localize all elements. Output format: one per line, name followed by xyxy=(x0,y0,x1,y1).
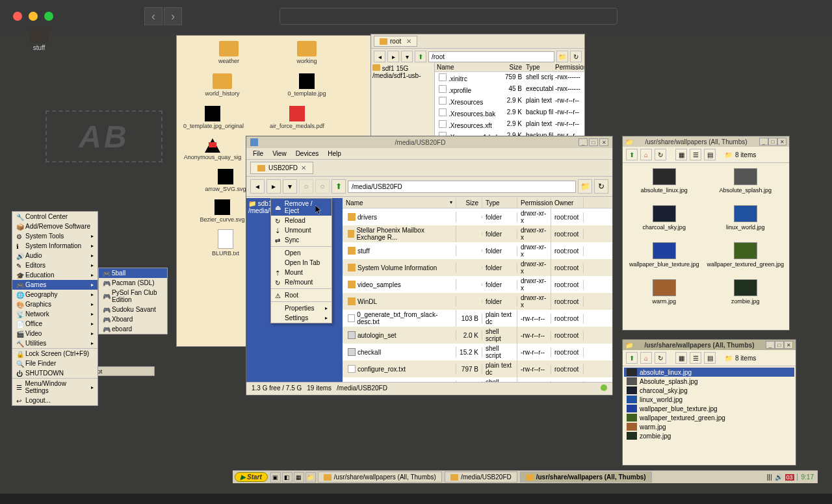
menu-item[interactable]: 📡Network▸ xyxy=(12,309,98,319)
back-button[interactable]: ‹ xyxy=(144,7,162,25)
quicklaunch-terminal[interactable]: ▣ xyxy=(270,472,281,483)
tray-icon-1[interactable]: ||| xyxy=(767,473,772,481)
maximize-button[interactable]: □ xyxy=(775,341,784,349)
go-button[interactable]: 📁 xyxy=(578,179,592,194)
view-1-button[interactable]: ▦ xyxy=(675,352,687,364)
menu-item[interactable]: ⏻SHUTDOWN xyxy=(12,368,98,378)
url-bar[interactable] xyxy=(280,8,618,25)
close-window-button[interactable] xyxy=(13,12,22,21)
folder-item[interactable]: 0_template.jpg_original xyxy=(183,106,242,129)
tab-root[interactable]: root ✕ xyxy=(374,36,417,47)
file-row[interactable]: System Volume Informationfolderdrwxr-xr-… xyxy=(343,259,612,276)
context-item[interactable]: ⇄Sync xyxy=(271,235,332,245)
thumbnail-item[interactable]: zombie.jpg xyxy=(707,279,784,305)
home-button[interactable]: ⌂ xyxy=(640,352,652,364)
refresh-button[interactable]: ↻ xyxy=(594,179,608,194)
menu-item[interactable]: 🔨Utilities▸ xyxy=(12,338,98,348)
menu-item[interactable]: 🎨Graphics▸ xyxy=(12,299,98,309)
maximize-button[interactable]: □ xyxy=(589,138,598,146)
path-field[interactable]: /root xyxy=(428,51,554,62)
view-3-button[interactable]: ▤ xyxy=(704,352,716,364)
list-item[interactable]: warm.jpg xyxy=(624,422,794,431)
context-item[interactable]: Open xyxy=(271,248,332,258)
tray-badge[interactable]: 03 xyxy=(785,474,794,481)
thumbnail-item[interactable]: warm.jpg xyxy=(628,279,700,305)
file-row[interactable]: Stellar Phoenix Mailbox Exchange R...fol… xyxy=(343,225,612,242)
menu-item[interactable]: ☰Menu/Window Settings▸ xyxy=(12,379,98,396)
desktop[interactable]: AB stuff weatherworkingworld_history0_te… xyxy=(0,32,832,494)
desktop-icon-stuff[interactable]: stuff xyxy=(23,27,55,51)
folder-item[interactable]: Bezier_curve.svg xyxy=(193,199,252,223)
list-item[interactable]: absolute_linux.jpg xyxy=(624,368,794,377)
col-permission[interactable]: Permission xyxy=(517,198,551,208)
file-row[interactable]: DESKTOP_UPDATER97 Bshell script-rw-r--r-… xyxy=(343,377,612,382)
submenu-item[interactable]: 🎮Xboard xyxy=(99,314,167,324)
close-button[interactable]: ✕ xyxy=(784,341,793,349)
list-item[interactable]: wallpaper_blue_texture.jpg xyxy=(624,404,794,413)
maximize-window-button[interactable] xyxy=(44,12,53,21)
file-row[interactable]: checkall15.2 Kshell script-rw-r--r--root… xyxy=(343,344,612,360)
context-item[interactable]: ↻Reload xyxy=(271,216,332,225)
forward-button[interactable]: › xyxy=(164,7,182,25)
tab-close-icon[interactable]: ✕ xyxy=(301,164,306,171)
close-button[interactable]: ✕ xyxy=(599,138,608,146)
file-row[interactable]: .Xresources.xft2.9 Kplain text c-rw-r--r… xyxy=(435,119,584,131)
menu-help[interactable]: Help xyxy=(328,150,341,157)
menu-item[interactable]: 🎓Education▸ xyxy=(12,270,98,280)
title-bar[interactable]: 📁 /usr/share/wallpapers (All, Thumbs) _ … xyxy=(623,340,796,350)
forward-button[interactable]: ▸ xyxy=(266,179,281,194)
taskbar-task[interactable]: /usr/share/wallpapers (All, Thumbs) xyxy=(520,472,652,483)
submenu-item[interactable]: 🎮Sudoku Savant xyxy=(99,305,167,314)
menu-item[interactable]: ✎Editors▸ xyxy=(12,260,98,270)
menu-item[interactable]: 📄Office▸ xyxy=(12,319,98,329)
context-item[interactable]: Properties▸ xyxy=(271,303,332,313)
menu-item[interactable]: 🎮Games▸ xyxy=(12,280,98,290)
thumbnail-item[interactable]: Absolute_splash.jpg xyxy=(707,168,784,194)
file-row[interactable]: WinDLfolderdrwxr-xr-xroot:root xyxy=(343,293,612,310)
start-button[interactable]: ▶Start xyxy=(235,472,268,482)
folder-item[interactable]: world_history xyxy=(193,73,252,97)
menu-item[interactable]: 🔒Lock Screen (Ctrl+F9) xyxy=(12,349,98,359)
menu-file[interactable]: File xyxy=(253,150,263,157)
context-item[interactable]: Open In Tab xyxy=(271,258,332,268)
col-owner[interactable]: Owner xyxy=(551,198,584,208)
view-2-button[interactable]: ☰ xyxy=(690,352,701,364)
list-item[interactable]: Absolute_splash.jpg xyxy=(624,377,794,386)
refresh-button[interactable]: ↻ xyxy=(655,149,666,160)
folder-item[interactable]: 0_template.jpg xyxy=(278,73,336,97)
view-1-button[interactable]: ▦ xyxy=(675,149,687,160)
menu-item[interactable]: 📦Add/Remove Software xyxy=(12,221,98,231)
file-row[interactable]: 0_generate_txt_from_slack-desc.txt103 Bp… xyxy=(343,310,612,327)
quicklaunch-2[interactable]: ◧ xyxy=(282,472,292,483)
list-item[interactable]: zombie.jpg xyxy=(624,431,794,440)
back-button[interactable]: ◂ xyxy=(374,51,385,62)
thumbnail-item[interactable]: linux_world.jpg xyxy=(707,205,784,231)
list-item[interactable]: wallpaper_textured_green.jpg xyxy=(624,413,794,422)
list-item[interactable]: charcoal_sky.jpg xyxy=(624,386,794,395)
file-row[interactable]: stufffolderdrwxr-xr-xroot:root xyxy=(343,242,612,259)
col-size[interactable]: Size xyxy=(456,198,482,208)
taskbar-task[interactable]: /usr/share/wallpapers (All, Thumbs) xyxy=(318,472,442,483)
folder-item[interactable]: air_force_medals.pdf xyxy=(268,106,326,129)
maximize-button[interactable]: □ xyxy=(768,138,777,145)
tray-icon-volume[interactable]: 🔊 xyxy=(775,473,783,481)
view-3-button[interactable]: ▤ xyxy=(704,149,716,160)
view-2-button[interactable]: ☰ xyxy=(690,149,701,160)
thumbnail-item[interactable]: charcoal_sky.jpg xyxy=(628,205,700,231)
minimize-button[interactable]: _ xyxy=(578,138,588,146)
folder-item[interactable]: weather xyxy=(200,41,258,64)
path-field[interactable]: /media/USB20FD xyxy=(348,181,576,193)
refresh-button[interactable]: ↻ xyxy=(655,352,666,364)
history-button[interactable]: ▾ xyxy=(401,51,413,62)
col-name[interactable]: Name xyxy=(435,63,503,71)
context-item[interactable]: ↻Re/mount xyxy=(271,277,332,287)
file-row[interactable]: .xinitrc759 Bshell script-rwx------ xyxy=(435,72,584,84)
thumbnail-item[interactable]: wallpaper_textured_green.jpg xyxy=(707,242,784,268)
up-button[interactable]: ⬆ xyxy=(332,179,346,194)
list-item[interactable]: linux_world.jpg xyxy=(624,395,794,404)
tab-close-icon[interactable]: ✕ xyxy=(406,38,411,45)
menu-devices[interactable]: Devices xyxy=(296,150,319,157)
menu-item[interactable]: 🎬Video▸ xyxy=(12,329,98,338)
file-row[interactable]: .Xresources.bak2.9 Kbackup file-rw-r--r-… xyxy=(435,107,584,119)
file-row[interactable]: autologin_set2.0 Kshell script-rw-r--r--… xyxy=(343,327,612,344)
